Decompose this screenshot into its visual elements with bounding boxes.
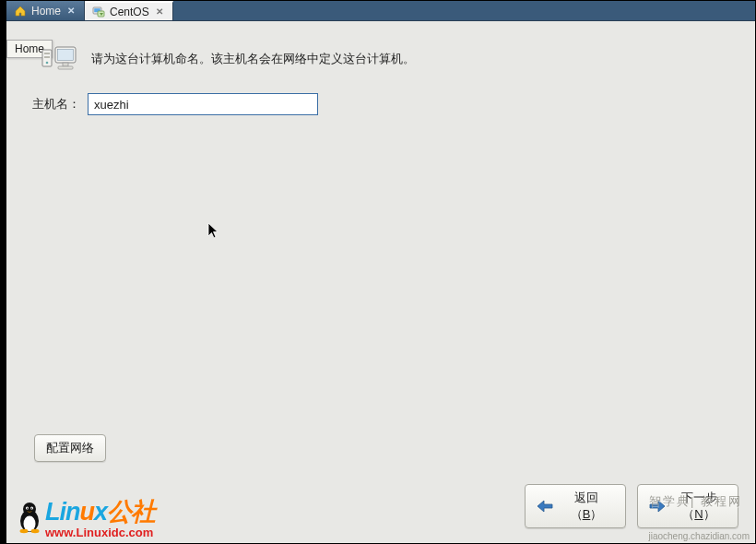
back-label: 返回（B）	[559, 490, 614, 523]
arrow-left-icon	[537, 500, 553, 513]
svg-point-13	[23, 503, 36, 515]
logo-block: Linux公社 www.Linuxidc.com	[16, 495, 155, 539]
configure-network-label: 配置网络	[46, 440, 94, 456]
watermark-text: 智学典| 教程网	[649, 493, 742, 510]
penguin-icon	[16, 501, 43, 534]
close-icon[interactable]: ✕	[65, 6, 77, 17]
installer-content: Home 请为这台计算机命名。该主机名会在网络中定义这台计算机。	[6, 21, 755, 543]
tab-centos[interactable]: CentOS ✕	[85, 1, 173, 20]
svg-rect-4	[44, 53, 50, 54]
hostname-label: 主机名：	[32, 96, 80, 112]
svg-point-6	[46, 62, 49, 65]
svg-rect-5	[44, 56, 50, 58]
cursor-icon	[207, 222, 220, 241]
watermark-url: jiaocheng.chazidian.com	[648, 531, 750, 541]
svg-point-17	[31, 508, 32, 509]
svg-rect-10	[58, 66, 73, 69]
hostname-input[interactable]	[88, 93, 318, 115]
computer-icon	[41, 44, 80, 74]
configure-network-button[interactable]: 配置网络	[34, 434, 106, 462]
svg-point-15	[27, 508, 28, 509]
tab-home-label: Home	[31, 5, 61, 18]
logo-url: www.Linuxidc.com	[45, 526, 155, 539]
svg-point-18	[20, 529, 29, 533]
close-icon[interactable]: ✕	[154, 6, 165, 18]
tab-centos-label: CentOS	[110, 6, 149, 18]
home-icon	[14, 5, 27, 18]
tab-bar: Home ✕ CentOS ✕	[6, 1, 755, 21]
tab-home[interactable]: Home ✕	[6, 1, 85, 20]
svg-rect-9	[63, 63, 68, 66]
logo-text: Linux公社	[45, 495, 155, 528]
instruction-text: 请为这台计算机命名。该主机名会在网络中定义这台计算机。	[91, 51, 415, 67]
svg-rect-8	[58, 50, 74, 61]
back-button[interactable]: 返回（B）	[525, 484, 626, 528]
svg-point-19	[31, 529, 40, 533]
vm-icon	[92, 6, 105, 18]
